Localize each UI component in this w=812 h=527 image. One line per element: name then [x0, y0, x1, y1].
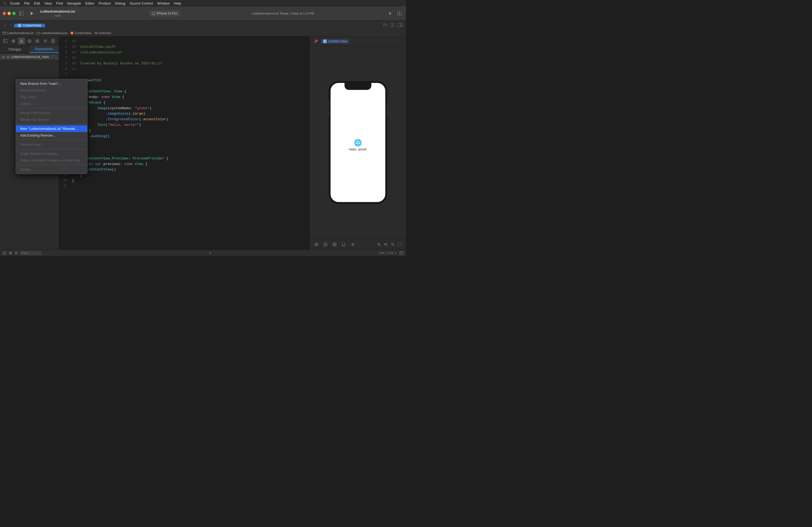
menu-find[interactable]: Find: [54, 1, 65, 6]
menu-window[interactable]: Window: [155, 1, 172, 6]
project-icon: [3, 31, 6, 35]
changes-tab[interactable]: Changes: [0, 46, 30, 53]
svg-point-37: [8, 57, 9, 57]
device-name: iPhone 14 Pro: [157, 12, 177, 15]
tab-expand-button[interactable]: [381, 21, 389, 29]
code-line-22: struct ContentView_Previews: PreviewProv…: [72, 156, 309, 162]
add-button[interactable]: [386, 10, 394, 17]
code-line-20: }: [72, 145, 309, 150]
svg-rect-4: [153, 15, 154, 15]
run-button[interactable]: [27, 9, 36, 18]
layout-status-icon[interactable]: [400, 251, 403, 255]
toolbar: LottieAnimationsList main iPhone 14 Pro …: [0, 6, 406, 20]
maximize-button[interactable]: [12, 12, 16, 15]
git-status-icon[interactable]: [9, 251, 12, 255]
menu-apple[interactable]: : [2, 1, 8, 6]
layout-button[interactable]: [396, 10, 403, 17]
breadcrumb-project[interactable]: LottieAnimationsList: [7, 31, 33, 35]
svg-rect-19: [3, 39, 8, 43]
sidebar-tool-debug[interactable]: [34, 37, 41, 45]
inspector-button[interactable]: [396, 21, 404, 29]
menu-xcode[interactable]: Xcode: [8, 1, 22, 6]
inspect-preview-button[interactable]: [322, 241, 329, 248]
svg-rect-45: [335, 243, 336, 244]
ctx-sep-1: [16, 108, 87, 108]
menu-debug[interactable]: Debug: [113, 1, 127, 6]
ctx-tag-main: Tag "main"...: [16, 94, 87, 100]
sidebar-tool-breakpoint[interactable]: [42, 37, 49, 45]
sidebar-tool-warning[interactable]: [18, 37, 25, 45]
code-line-26: }: [72, 178, 309, 184]
sidebar-tool-test[interactable]: [26, 37, 33, 45]
filter-icon: ⌘: [14, 251, 18, 255]
xcode-window: LottieAnimationsList main iPhone 14 Pro …: [0, 6, 406, 256]
menu-source-control[interactable]: Source Control: [128, 1, 155, 6]
svg-rect-44: [333, 243, 334, 244]
zoom-reset-button[interactable]: [390, 241, 396, 247]
code-line-5: // Created by Russell Gordon on 2023-01-…: [72, 61, 309, 66]
folder-icon: [37, 31, 40, 35]
sidebar-tool-scm[interactable]: [10, 37, 17, 45]
close-button[interactable]: [3, 12, 6, 15]
menu-editor[interactable]: Editor: [83, 1, 97, 6]
code-line-16: Text("Hello, world!"): [72, 122, 309, 128]
sidebar-tool-report[interactable]: [50, 37, 57, 45]
forward-button[interactable]: ›: [8, 22, 14, 28]
back-button[interactable]: ‹: [2, 22, 8, 28]
code-content[interactable]: // // ContentView.swift // LottieAnimati…: [70, 36, 309, 250]
menu-edit[interactable]: Edit: [32, 1, 42, 6]
branch-label: main: [55, 14, 61, 17]
ctx-add-remote[interactable]: Add Existing Remote...: [16, 132, 87, 139]
menu-product[interactable]: Product: [97, 1, 113, 6]
breadcrumb: LottieAnimationsList › LottieAnimationsL…: [0, 30, 406, 36]
svg-rect-14: [401, 23, 402, 27]
sidebar-toggle-button[interactable]: [18, 10, 25, 17]
info-icon[interactable]: [3, 251, 6, 255]
repo-item[interactable]: ▶ LottieAnimationsList_main: [0, 54, 59, 60]
breadcrumb-folder[interactable]: LottieAnimationsList: [41, 31, 67, 35]
code-editor[interactable]: 1 2 3 4 5 6 7 8 9 10 11 12 13 14 15 16 1: [59, 36, 309, 250]
menu-view[interactable]: View: [42, 1, 54, 6]
svg-marker-39: [316, 244, 317, 245]
play-preview-button[interactable]: [313, 241, 320, 248]
repositories-tab[interactable]: Repositories: [30, 46, 59, 53]
code-line-25: }: [72, 172, 309, 178]
code-line-3: // LottieAnimationsList: [72, 50, 309, 56]
zoom-in-button[interactable]: [383, 241, 389, 247]
minimize-button[interactable]: [8, 12, 11, 15]
filter-input[interactable]: [20, 251, 41, 255]
ctx-new-remote[interactable]: New "LottieAnimationsList" Remote...: [16, 125, 87, 132]
zoom-fit-button[interactable]: [397, 241, 403, 247]
svg-line-57: [387, 245, 387, 246]
preview-panel: 📌 C Content View 🌐 Hello, world!: [309, 36, 406, 250]
device-selector[interactable]: iPhone 14 Pro: [149, 11, 180, 16]
device-preview-button[interactable]: [340, 241, 347, 248]
menu-file[interactable]: File: [22, 1, 32, 6]
status-left: ⌘: [3, 251, 41, 255]
code-line-15: .foregroundColor(.accentColor): [72, 117, 309, 122]
grid-preview-button[interactable]: [331, 241, 338, 248]
content-view-tab[interactable]: C ContentView: [14, 24, 45, 27]
sidebar-tabs: Changes Repositories: [0, 46, 59, 53]
ctx-new-branch[interactable]: New Branch from "main"...: [16, 80, 87, 87]
breadcrumb-file[interactable]: ContentView: [75, 31, 91, 35]
ctx-switch: Switch...: [16, 100, 87, 107]
code-line-12: VStack {: [72, 100, 309, 106]
zoom-out-button[interactable]: [376, 241, 382, 247]
menu-help[interactable]: Help: [172, 1, 184, 6]
code-line-10: struct ContentView: View {: [72, 89, 309, 94]
menu-navigate[interactable]: Navigate: [65, 1, 83, 6]
code-line-21: [72, 150, 309, 156]
repo-name: LottieAnimationsList_main: [11, 55, 49, 59]
settings-preview-button[interactable]: [349, 241, 356, 248]
breadcrumb-selection[interactable]: No Selection: [95, 31, 111, 35]
pin-button[interactable]: 📌: [313, 39, 319, 44]
ctx-sep-3: [16, 140, 87, 140]
svg-line-53: [379, 245, 380, 246]
traffic-lights: [3, 12, 16, 15]
ctx-delete: Delete...: [16, 166, 87, 173]
sidebar-tool-navigator[interactable]: [2, 37, 9, 45]
tab-split-button[interactable]: [389, 21, 396, 29]
code-line-1: //: [72, 39, 309, 44]
code-line-9: [72, 83, 309, 89]
